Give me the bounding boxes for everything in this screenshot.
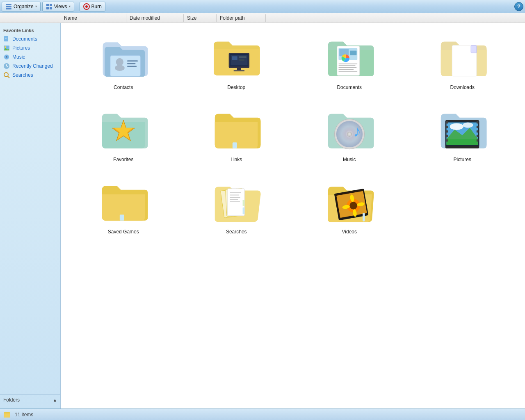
svg-rect-1 <box>6 6 11 7</box>
sidebar-music-label: Music <box>12 54 25 60</box>
organize-button[interactable]: Organize ▾ <box>2 2 41 11</box>
searches-folder-icon <box>210 177 263 226</box>
folders-label: Folders <box>3 397 20 403</box>
organize-label: Organize <box>14 4 34 9</box>
svg-rect-74 <box>477 139 479 142</box>
svg-point-8 <box>85 5 88 8</box>
folder-item-favorites[interactable]: Favorites <box>69 102 178 166</box>
svg-rect-2 <box>6 8 11 9</box>
sidebar-item-documents[interactable]: Documents <box>0 34 60 43</box>
folders-chevron-icon: ▲ <box>53 398 57 402</box>
desktop-folder-icon <box>210 33 263 82</box>
col-folder-path[interactable]: Folder path <box>217 14 266 22</box>
sidebar-item-pictures[interactable]: Pictures <box>0 43 60 52</box>
music-icon: ♪ <box>3 54 10 60</box>
music-label: Music <box>343 157 356 162</box>
folder-item-downloads[interactable]: Downloads <box>408 30 517 94</box>
svg-rect-4 <box>50 4 52 6</box>
svg-rect-75 <box>120 215 124 221</box>
documents-icon <box>3 36 10 42</box>
sidebar-section-title: Favorite Links <box>0 26 60 34</box>
sidebar-pictures-label: Pictures <box>12 45 30 51</box>
saved-games-folder-icon <box>97 177 150 226</box>
svg-rect-82 <box>230 199 238 200</box>
svg-rect-84 <box>243 208 245 215</box>
folder-item-documents[interactable]: Documents <box>295 30 404 94</box>
svg-rect-27 <box>127 60 138 62</box>
svg-rect-67 <box>446 130 448 133</box>
svg-rect-52 <box>233 142 237 148</box>
svg-rect-66 <box>446 126 448 128</box>
burn-label: Burn <box>91 4 102 9</box>
documents-label: Documents <box>337 84 362 90</box>
svg-text:♪: ♪ <box>6 56 7 58</box>
views-button[interactable]: Views ▾ <box>42 2 74 11</box>
videos-label: Videos <box>342 229 357 235</box>
sidebar-folders[interactable]: Folders ▲ <box>0 394 60 405</box>
folder-item-saved-games[interactable]: Saved Games <box>69 174 178 238</box>
svg-text:♪: ♪ <box>353 122 361 140</box>
views-icon <box>46 3 52 10</box>
col-date-modified[interactable]: Date modified <box>126 14 184 22</box>
svg-point-26 <box>115 65 125 71</box>
svg-rect-5 <box>46 7 49 9</box>
content-area: Contacts <box>61 23 525 409</box>
svg-rect-10 <box>5 37 7 37</box>
svg-rect-79 <box>230 192 242 193</box>
downloads-label: Downloads <box>450 84 475 90</box>
folder-item-pictures[interactable]: Pictures <box>408 102 517 166</box>
contacts-folder-icon <box>97 33 150 82</box>
sidebar-item-recently-changed[interactable]: Recently Changed <box>0 62 60 71</box>
svg-rect-69 <box>446 139 448 142</box>
sidebar: Favorite Links Documents Pictur <box>0 23 61 409</box>
folder-item-videos[interactable]: Videos <box>295 174 404 238</box>
svg-rect-49 <box>471 46 477 53</box>
svg-point-14 <box>5 46 6 48</box>
statusbar: 11 items <box>0 409 525 420</box>
sidebar-searches-label: Searches <box>12 72 33 78</box>
folder-item-contacts[interactable]: Contacts <box>69 30 178 94</box>
organize-dropdown-arrow: ▾ <box>35 5 37 8</box>
links-folder-icon <box>210 105 263 154</box>
pictures-folder-icon <box>436 105 489 154</box>
svg-rect-37 <box>239 59 245 61</box>
svg-rect-68 <box>446 135 448 137</box>
svg-point-25 <box>116 58 123 66</box>
svg-rect-85 <box>243 200 245 206</box>
views-dropdown-arrow: ▾ <box>69 5 71 8</box>
svg-rect-12 <box>5 39 7 39</box>
toolbar-separator <box>77 2 77 11</box>
svg-rect-80 <box>230 195 240 196</box>
folder-item-desktop[interactable]: Desktop <box>182 30 291 94</box>
help-button[interactable]: ? <box>514 2 523 11</box>
folder-item-links[interactable]: Links <box>182 102 291 166</box>
sidebar-item-music[interactable]: ♪ Music <box>0 52 60 62</box>
svg-point-62 <box>463 123 473 128</box>
sidebar-documents-label: Documents <box>12 36 37 42</box>
svg-rect-44 <box>338 65 355 66</box>
desktop-label: Desktop <box>227 84 245 90</box>
svg-rect-6 <box>50 7 52 9</box>
svg-rect-11 <box>5 38 7 38</box>
sidebar-item-searches[interactable]: Searches <box>0 71 60 80</box>
recently-changed-icon <box>3 63 10 69</box>
downloads-folder-icon <box>436 33 489 82</box>
folder-item-music[interactable]: ♪ Music <box>295 102 404 166</box>
svg-rect-32 <box>237 68 241 71</box>
pictures-icon <box>3 45 10 51</box>
svg-rect-45 <box>338 67 356 68</box>
saved-games-label: Saved Games <box>108 229 139 235</box>
statusbar-count: 11 items <box>15 412 33 418</box>
svg-rect-35 <box>232 56 237 60</box>
svg-rect-73 <box>477 135 479 137</box>
svg-rect-36 <box>239 56 247 58</box>
svg-rect-64 <box>447 139 478 145</box>
col-size[interactable]: Size <box>184 14 217 22</box>
folder-item-searches[interactable]: Searches <box>182 174 291 238</box>
statusbar-icon <box>3 411 11 419</box>
column-headers: Name Date modified Size Folder path <box>0 13 525 23</box>
burn-button[interactable]: Burn <box>80 2 105 11</box>
views-label: Views <box>54 4 67 9</box>
svg-rect-70 <box>477 121 479 124</box>
col-name[interactable]: Name <box>61 14 126 22</box>
